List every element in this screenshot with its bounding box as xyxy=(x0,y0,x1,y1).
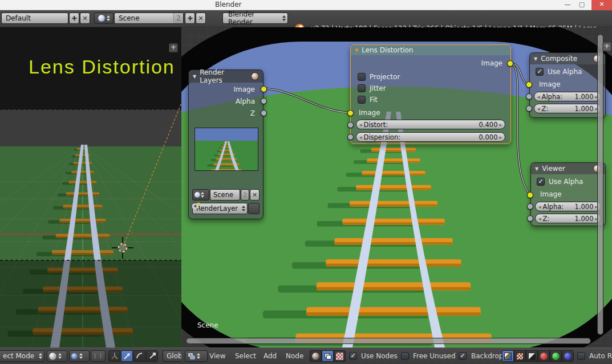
mode-dropdown[interactable]: ect Mode xyxy=(0,350,44,362)
passepartout-bottom xyxy=(0,260,181,347)
projector-checkbox[interactable] xyxy=(358,73,366,81)
compositing-nodes-toggle[interactable] xyxy=(322,350,334,362)
socket-image-input[interactable] xyxy=(347,110,354,116)
socket-z-input[interactable] xyxy=(527,215,533,222)
node-header[interactable]: ▼ Render Layers xyxy=(189,70,263,83)
backdrop-checkbox[interactable]: ✓ xyxy=(459,352,467,360)
node-viewer[interactable]: ▼ Viewer ✓ Use Alpha Image ◂ Alpha: 1.00… xyxy=(530,162,606,226)
collapse-icon[interactable]: ▼ xyxy=(355,48,358,53)
viewport-shading-dropdown[interactable] xyxy=(47,350,67,362)
add-scene-button[interactable]: ✚ xyxy=(185,13,195,24)
horizontal-scrollbar[interactable] xyxy=(186,338,591,344)
z-slider[interactable]: ◂ Z: 1.000 ▸ xyxy=(535,214,601,223)
menu-add[interactable]: Add xyxy=(264,352,277,360)
manipulator-axis-toggle[interactable] xyxy=(108,350,120,362)
node-lens-distortion[interactable]: ▼ Lens Distortion Image Projector Jitter… xyxy=(350,44,511,144)
unlink-scene-button[interactable]: ✕ xyxy=(250,189,260,201)
scene-browse-dropdown[interactable] xyxy=(94,13,114,24)
maximize-button[interactable]: ▢ xyxy=(576,0,587,10)
channel-color-toggle[interactable] xyxy=(514,350,526,362)
viewport-panel-expand-button[interactable]: + xyxy=(169,43,178,52)
channel-color-alpha-toggle[interactable] xyxy=(502,350,514,362)
red-channel-icon xyxy=(540,353,548,360)
alpha-slider[interactable]: ◂ Alpha: 1.000 ▸ xyxy=(534,92,601,101)
use-nodes-label[interactable]: Use Nodes xyxy=(361,352,398,360)
vertical-scrollbar[interactable] xyxy=(597,34,603,335)
use-alpha-checkbox[interactable]: ✓ xyxy=(537,178,545,186)
scene-browse-dropdown[interactable] xyxy=(192,189,209,201)
fit-checkbox[interactable] xyxy=(358,96,366,104)
render-layer-button[interactable] xyxy=(248,203,260,214)
node-editor[interactable]: Scene ▼ Render Layers Image Alpha Z xyxy=(181,27,612,347)
translate-manipulator-toggle[interactable] xyxy=(121,350,133,362)
socket-image-output[interactable] xyxy=(261,86,267,92)
node-header[interactable]: ▼ Lens Distortion xyxy=(351,45,510,55)
scene-users-count[interactable]: 2 xyxy=(241,189,249,201)
render-layer-dropdown[interactable]: RenderLayer xyxy=(192,203,248,214)
scale-manipulator-toggle[interactable] xyxy=(146,350,158,362)
free-unused-checkbox[interactable] xyxy=(401,352,409,360)
snap-dots-icon: ⋮⋮ xyxy=(92,353,104,359)
node-header[interactable]: ▼ Composite xyxy=(530,53,605,64)
viewport-3d[interactable]: Lens Distortion + xyxy=(0,27,181,347)
use-alpha-checkbox[interactable]: ✓ xyxy=(536,68,544,76)
node-editor-header: View Select Add Node ✓ Use Nodes Free Un… xyxy=(181,347,612,364)
snap-dropdown[interactable]: ⋮⋮ xyxy=(91,350,106,362)
scene-name-field[interactable]: Scene xyxy=(210,189,240,201)
auto-render-label[interactable]: Auto Re xyxy=(589,352,612,360)
socket-image-input[interactable] xyxy=(527,192,533,198)
collapse-icon[interactable]: ▼ xyxy=(193,74,196,79)
channel-blue-toggle[interactable] xyxy=(562,350,574,362)
socket-z-output[interactable] xyxy=(261,110,267,116)
minimize-button[interactable]: — xyxy=(562,0,573,10)
rotate-manipulator-toggle[interactable] xyxy=(133,350,145,362)
channel-red-toggle[interactable] xyxy=(538,350,550,362)
socket-alpha-input[interactable] xyxy=(526,93,532,100)
collapse-icon[interactable]: ▼ xyxy=(534,56,537,62)
scene-select-row: Scene 2 ✕ xyxy=(192,189,260,201)
close-button[interactable]: ✕ xyxy=(591,0,612,10)
node-panel-expand-button[interactable]: + xyxy=(602,42,611,51)
delete-scene-button[interactable]: ✕ xyxy=(196,13,206,24)
node-render-layers[interactable]: ▼ Render Layers Image Alpha Z xyxy=(188,69,264,219)
socket-dispersion-input[interactable] xyxy=(347,134,354,140)
editor-type-dropdown[interactable] xyxy=(185,350,208,362)
right-arrow-icon[interactable]: ▸ xyxy=(497,134,502,140)
use-nodes-checkbox[interactable]: ✓ xyxy=(349,352,357,360)
right-arrow-icon[interactable]: ▸ xyxy=(497,122,502,128)
add-layout-button[interactable]: ✚ xyxy=(69,13,79,24)
camera-icon xyxy=(192,203,200,209)
pivot-point-dropdown[interactable] xyxy=(69,350,90,362)
free-unused-label[interactable]: Free Unused xyxy=(413,352,456,360)
transform-orientation-dropdown[interactable]: Global xyxy=(163,350,181,362)
distort-slider[interactable]: ◂ Distort: 0.400 ▸ xyxy=(356,120,505,129)
menu-view[interactable]: View xyxy=(209,352,225,360)
socket-image-output[interactable] xyxy=(507,60,513,67)
alpha-slider[interactable]: ◂ Alpha: 1.000 ▸ xyxy=(535,202,601,211)
menu-select[interactable]: Select xyxy=(235,352,256,360)
backdrop-label[interactable]: Backdrop xyxy=(471,352,503,360)
socket-alpha-output[interactable] xyxy=(261,98,267,104)
delete-layout-button[interactable]: ✕ xyxy=(80,13,90,24)
scene-users-count[interactable]: 2 xyxy=(173,13,183,23)
z-slider[interactable]: ◂ Z: 1.000 ▸ xyxy=(534,104,601,113)
auto-render-checkbox[interactable] xyxy=(577,352,585,360)
socket-distort-input[interactable] xyxy=(347,122,354,128)
jitter-checkbox[interactable] xyxy=(358,84,366,92)
render-engine-dropdown[interactable]: Blender Render xyxy=(222,13,288,24)
menu-node[interactable]: Node xyxy=(286,352,303,360)
channel-green-toggle[interactable] xyxy=(550,350,562,362)
node-composite[interactable]: ▼ Composite ✓ Use Alpha Image ◂ Alpha: 1… xyxy=(529,52,606,118)
socket-alpha-input[interactable] xyxy=(527,203,533,210)
shader-nodes-toggle[interactable] xyxy=(310,350,322,362)
window-title: Blender xyxy=(215,1,242,9)
dispersion-slider[interactable]: ◂ Dispersion: 0.000 ▸ xyxy=(356,132,505,142)
channel-alpha-toggle[interactable] xyxy=(526,350,538,362)
socket-image-input[interactable] xyxy=(526,81,532,88)
node-header[interactable]: ▼ Viewer xyxy=(531,163,605,174)
socket-z-input[interactable] xyxy=(526,105,532,112)
collapse-icon[interactable]: ▼ xyxy=(535,166,538,171)
screen-layout-dropdown[interactable]: Default xyxy=(1,13,68,24)
texture-nodes-toggle[interactable] xyxy=(334,350,346,362)
scene-name-field[interactable]: Scene 2 xyxy=(114,13,184,24)
